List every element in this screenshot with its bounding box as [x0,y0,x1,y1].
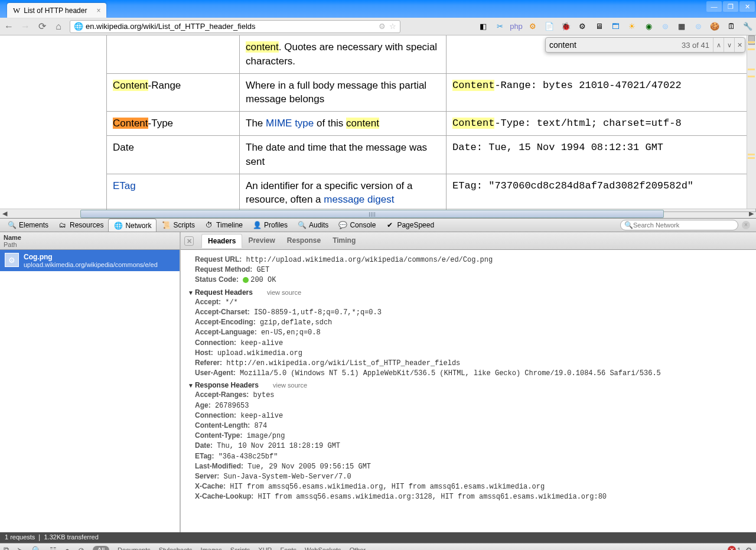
tab-close-icon[interactable]: × [96,6,100,15]
devtools-tab-console[interactable]: 💬Console [333,219,380,232]
ext-icon-4[interactable]: ⚙ [528,22,537,31]
wiki-link[interactable]: message digest [324,194,394,205]
search-icon[interactable]: 🔍 [32,546,41,551]
dock-icon[interactable]: ⧉ [4,545,9,550]
window-minimize-button[interactable]: — [706,1,722,12]
site-info-icon[interactable]: 🌐 [74,22,83,31]
header-value: gzip,deflate,sdch [260,318,332,327]
cell-example: ETag: "737060cd8c284d8af7ad3082f209582d" [447,174,756,212]
devtools-tab-audits[interactable]: 🔍Audits [292,219,333,232]
ext-icon-9[interactable]: 🗔 [611,22,620,31]
wrench-icon[interactable]: 🔧 [743,22,752,31]
ext-icon-14[interactable]: ⊚ [693,22,703,31]
header-key: Accept-Language: [195,328,257,336]
ext-icon-8[interactable]: 🖥 [594,22,604,31]
devtools-tab-elements[interactable]: 🔍Elements [2,219,53,232]
filter-scripts[interactable]: Scripts [230,546,250,550]
detail-close-button[interactable]: ✕ [184,236,194,246]
disclosure-triangle-icon[interactable]: ▼ [188,289,194,296]
ext-icon-10[interactable]: ☀ [627,22,637,31]
header-key: Host: [195,349,213,357]
network-request-list: ⚙ Cog.png upload.wikimedia.org/wikipedia… [0,250,181,532]
ext-icon-16[interactable]: 🗓 [726,22,736,31]
network-summary-bar: 1 requests ❘ 1.32KB transferred [0,532,756,543]
header-row: Accept-Charset: ISO-8859-1,utf-8;q=0.7,*… [188,307,749,317]
ext-icon-3[interactable]: php [511,22,521,31]
devtools-tab-profiles[interactable]: 👤Profiles [247,219,292,232]
find-close-button[interactable]: × [734,38,745,52]
ext-icon-5[interactable]: 📄 [545,22,554,31]
network-detail-pane: Request URL: http://upload.wikimedia.org… [181,250,756,532]
find-input[interactable] [546,38,682,52]
cell-example: Content-Type: text/html; charset=utf-8 [447,112,756,136]
back-button[interactable]: ← [4,21,14,32]
detail-tab-response[interactable]: Response [281,234,327,248]
devtools-tab-timeline[interactable]: ⏱Timeline [200,219,247,232]
ext-icon-2[interactable]: ✂ [495,22,504,31]
ext-icon-6[interactable]: 🐞 [561,22,571,31]
window-close-button[interactable]: ✕ [739,1,755,12]
browser-tab[interactable]: W List of HTTP header × [7,3,106,18]
devtools-search[interactable]: 🔍 [620,220,738,230]
settings-icon[interactable]: ⚙ [745,546,752,551]
filter-documents[interactable]: Documents [118,546,151,550]
star-icon[interactable]: ☆ [389,22,396,31]
filter-other[interactable]: Other [350,546,366,550]
url-input[interactable] [86,22,379,31]
filter-all[interactable]: All [93,546,109,550]
find-next-button[interactable]: ∨ [724,38,734,52]
error-indicator[interactable]: ✕1 [728,546,741,550]
list-icon[interactable]: ☷ [50,546,57,551]
detail-tab-headers[interactable]: Headers [201,234,242,248]
find-highlight: Content [113,80,148,91]
window-titlebar: W List of HTTP header × — ❐ ✕ [0,0,756,18]
detail-tab-timing[interactable]: Timing [327,234,361,248]
view-source-link[interactable]: view source [273,382,307,389]
timeline-icon: ⏱ [204,220,214,230]
wiki-link[interactable]: MIME type [266,118,314,129]
ext-icon-11[interactable]: ◉ [644,22,653,31]
detail-tab-preview[interactable]: Preview [242,234,281,248]
wiki-link[interactable]: ETag [113,180,136,191]
gear-icon[interactable]: ⚙ [379,22,386,31]
ext-icon-13[interactable]: ▦ [677,22,686,31]
scrollbar-track[interactable] [9,210,747,218]
filter-websockets[interactable]: WebSockets [305,546,341,550]
ext-icon-1[interactable]: ◧ [478,22,488,31]
devtools-tab-scripts[interactable]: 📜Scripts [157,219,200,232]
network-column-header[interactable]: NamePath [0,232,181,250]
network-request-row[interactable]: ⚙ Cog.png upload.wikimedia.org/wikipedia… [0,250,180,271]
devtools-search-input[interactable] [633,222,728,229]
request-headers-section[interactable]: ▼Request Headersview source [188,288,749,297]
filter-images[interactable]: Images [201,546,222,550]
cell-description: content. Quotes are necessary with speci… [240,35,447,73]
record-icon[interactable]: ● [65,546,70,551]
console-toggle-icon[interactable]: ≻ [17,546,24,551]
vertical-scrollbar[interactable] [747,35,756,209]
address-bar[interactable]: 🌐 ⚙ ☆ [70,20,400,33]
devtools-tab-pagespeed[interactable]: ✔PageSpeed [380,219,439,232]
ext-icon-12[interactable]: ⊚ [660,22,670,31]
devtools-tab-network[interactable]: 🌐Network [108,219,157,232]
clear-icon[interactable]: ⊘ [78,546,84,551]
find-prev-button[interactable]: ∧ [713,38,724,52]
filter-stylesheets[interactable]: Stylesheets [159,546,193,550]
reload-button[interactable]: ⟳ [37,21,47,32]
response-headers-section[interactable]: ▼Response Headersview source [188,380,749,390]
home-button[interactable]: ⌂ [53,21,64,32]
ext-icon-15[interactable]: 🍪 [710,22,719,31]
horizontal-scrollbar[interactable]: ◀ ▶ [0,209,756,218]
header-value: Sun-Java-System-Web-Server/7.0 [224,473,351,481]
filter-fonts[interactable]: Fonts [281,546,297,550]
window-maximize-button[interactable]: ❐ [723,1,738,12]
devtools-tab-resources[interactable]: 🗂Resources [53,219,108,232]
scrollbar-thumb[interactable] [80,210,664,218]
scroll-left-button[interactable]: ◀ [0,210,9,217]
ext-icon-7[interactable]: ⚙ [578,22,587,31]
filter-xhr[interactable]: XHR [258,546,272,550]
audits-icon: 🔍 [297,220,307,230]
disclosure-triangle-icon[interactable]: ▼ [188,382,194,389]
devtools-search-clear[interactable]: × [742,221,750,229]
forward-button[interactable]: → [20,21,31,32]
view-source-link[interactable]: view source [267,289,301,296]
